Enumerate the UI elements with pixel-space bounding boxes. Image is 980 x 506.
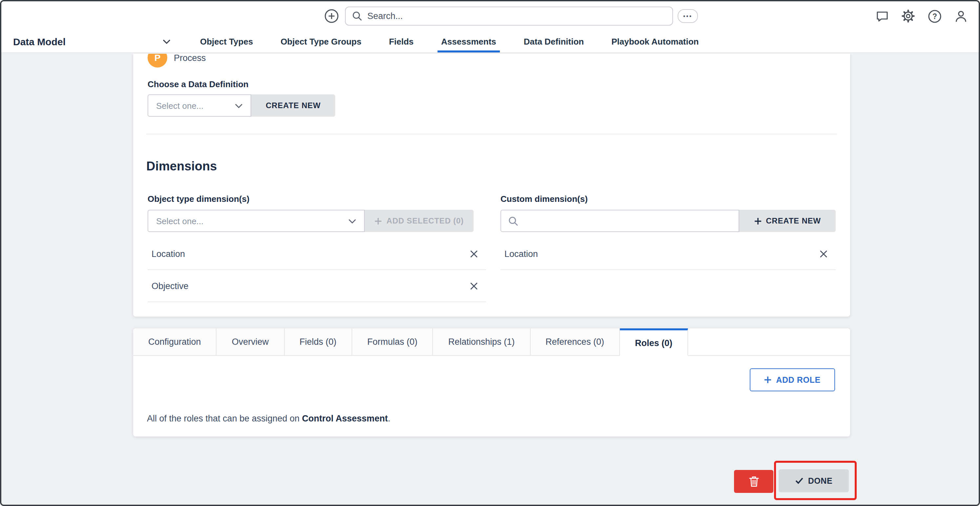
global-search[interactable]: [345, 6, 673, 25]
plus-icon: [764, 376, 772, 384]
search-input[interactable]: [368, 11, 666, 21]
settings-button[interactable]: [900, 8, 916, 24]
object-avatar: P: [148, 54, 167, 68]
chat-button[interactable]: [874, 8, 889, 24]
list-item: Location: [501, 238, 836, 270]
list-item: Objective: [148, 270, 486, 302]
app-window: •••: [0, 0, 980, 506]
roles-description: All of the roles that can be assigned on…: [147, 414, 390, 424]
tab-fields[interactable]: Fields (0): [284, 328, 352, 356]
object-type-name: Control Assessment: [302, 414, 388, 424]
quick-add-button[interactable]: [324, 8, 339, 24]
dimension-name: Objective: [151, 281, 189, 291]
select-placeholder: Select one...: [156, 216, 204, 226]
select-placeholder: Select one...: [156, 101, 204, 111]
chevron-down-icon: [235, 103, 243, 108]
dimension-name: Location: [504, 249, 538, 259]
plus-icon: [375, 217, 382, 225]
help-button[interactable]: ?: [927, 8, 942, 24]
tab-assessments[interactable]: Assessments: [427, 31, 510, 52]
create-custom-dimension-button[interactable]: CREATE NEW: [739, 210, 836, 232]
custom-dimension-search[interactable]: [501, 210, 739, 232]
tab-roles[interactable]: Roles (0): [620, 328, 688, 356]
topbar: •••: [1, 1, 979, 31]
detail-tabbar: Configuration Overview Fields (0) Formul…: [133, 328, 850, 356]
remove-dimension-button[interactable]: [469, 281, 478, 290]
section-divider: [146, 134, 837, 134]
page-content: P Process Choose a Data Definition Selec…: [1, 54, 979, 505]
tab-relationships[interactable]: Relationships (1): [433, 328, 531, 356]
search-icon: [508, 216, 518, 226]
tab-data-definition[interactable]: Data Definition: [510, 31, 598, 52]
topbar-actions: ?: [874, 1, 968, 31]
tab-fields[interactable]: Fields: [375, 31, 427, 52]
custom-dimensions-label: Custom dimension(s): [501, 194, 588, 204]
tab-overview[interactable]: Overview: [217, 328, 285, 356]
detail-tabs-card: Configuration Overview Fields (0) Formul…: [133, 328, 850, 436]
dimensions-title: Dimensions: [146, 159, 217, 174]
custom-dimension-list: Location: [501, 238, 836, 270]
chat-icon: [875, 9, 889, 23]
tabbar-filler: [688, 328, 850, 356]
remove-dimension-button[interactable]: [819, 249, 828, 258]
gear-icon: [901, 9, 915, 23]
data-definition-select[interactable]: Select one...: [148, 94, 251, 117]
chevron-down-icon: [348, 219, 356, 223]
object-type-dimensions-label: Object type dimension(s): [148, 194, 250, 204]
app-selector-label: Data Model: [13, 36, 65, 47]
object-name: Process: [174, 54, 206, 63]
data-definition-label: Choose a Data Definition: [148, 79, 248, 89]
user-menu-button[interactable]: [953, 8, 968, 24]
object-type-dimension-select[interactable]: Select one...: [148, 210, 365, 232]
search-icon: [352, 11, 362, 21]
tab-references[interactable]: References (0): [530, 328, 620, 356]
plus-circle-icon: [324, 8, 339, 24]
close-icon: [819, 249, 827, 258]
list-item: Location: [148, 238, 486, 270]
object-type-dimension-list: Location Objective: [148, 238, 486, 302]
tab-object-types[interactable]: Object Types: [186, 31, 267, 52]
tab-playbook-automation[interactable]: Playbook Automation: [598, 31, 713, 52]
app-selector-dropdown[interactable]: Data Model: [1, 31, 186, 52]
remove-dimension-button[interactable]: [469, 249, 478, 258]
ellipsis-icon: •••: [683, 13, 692, 19]
create-data-definition-button[interactable]: CREATE NEW: [251, 94, 335, 117]
done-button[interactable]: DONE: [779, 469, 849, 492]
close-icon: [469, 281, 478, 290]
tab-configuration[interactable]: Configuration: [133, 328, 217, 356]
tab-object-type-groups[interactable]: Object Type Groups: [267, 31, 375, 52]
tab-formulas[interactable]: Formulas (0): [352, 328, 433, 356]
check-icon: [795, 477, 803, 484]
add-selected-button[interactable]: ADD SELECTED (0): [365, 210, 474, 232]
trash-icon: [749, 476, 759, 487]
search-more-button[interactable]: •••: [678, 9, 698, 23]
user-icon: [953, 9, 968, 23]
module-tabs: Object Types Object Type Groups Fields A…: [186, 31, 713, 52]
chevron-down-icon: [163, 39, 170, 44]
dimension-name: Location: [151, 249, 185, 259]
module-navbar: Data Model Object Types Object Type Grou…: [1, 31, 979, 53]
close-icon: [469, 249, 478, 258]
delete-button[interactable]: [734, 470, 773, 493]
add-role-button[interactable]: ADD ROLE: [750, 368, 835, 391]
svg-text:?: ?: [932, 12, 937, 20]
assessment-config-card: P Process Choose a Data Definition Selec…: [133, 54, 850, 317]
plus-icon: [754, 217, 761, 225]
help-icon: ?: [927, 9, 942, 23]
